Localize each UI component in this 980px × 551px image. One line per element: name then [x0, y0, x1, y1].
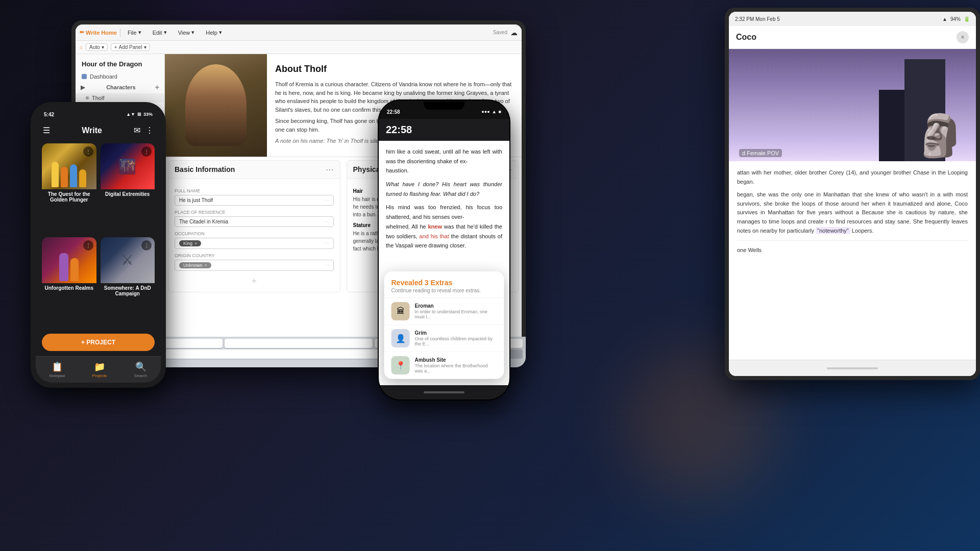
wifi-icon: ⊞: [137, 112, 141, 117]
view-label: View: [178, 30, 190, 36]
ios-time: 22:58: [387, 109, 400, 115]
auto-button[interactable]: Auto ▾: [86, 43, 108, 51]
sidebar-section-characters[interactable]: ▶ Characters +: [76, 81, 164, 93]
tablet-topbar: ✏ Write Home File ▾ Edit ▾ View ▾ Help ▾…: [76, 24, 522, 41]
grim-desc: One of countless children impacted by th…: [415, 336, 497, 346]
tholf-icon: [86, 96, 89, 99]
dashboard-label: Dashboard: [90, 73, 117, 80]
email-icon[interactable]: ✉: [134, 126, 140, 135]
tr-header: Coco ×: [729, 26, 976, 49]
edit-chevron: ▾: [164, 29, 167, 36]
battery-indicator: 33%: [143, 112, 153, 117]
nav-notepad[interactable]: 📋 Notepad: [50, 361, 65, 378]
project-card-digital[interactable]: 🌃 ⋮ Digital Extremities: [101, 143, 155, 233]
sidebar-item-dashboard[interactable]: Dashboard: [76, 72, 164, 81]
logo-text: Write Home: [86, 30, 117, 36]
origin-label: Origin Country: [175, 253, 334, 258]
phone-left-status-bar: 5:42 ▲▼ ⊞ 33%: [36, 107, 161, 121]
digital-menu-btn[interactable]: ⋮: [141, 146, 152, 157]
residence-input[interactable]: The Citadel in Kremia ⋯: [175, 216, 334, 227]
write-title: Write: [82, 126, 102, 135]
cloud-icon: ☁: [510, 29, 518, 37]
grim-info: Grim One of countless children impacted …: [415, 330, 497, 346]
project-thumb-quest: ⋮: [42, 143, 96, 189]
hero-label: d Female POV: [739, 149, 782, 157]
tr-close-button[interactable]: ×: [957, 31, 969, 43]
ios-status-right: ●●● ▲ ■: [481, 109, 501, 114]
phone-left-screen: 5:42 ▲▼ ⊞ 33% ☰ Write ✉ ⋮: [36, 107, 161, 383]
popup-item-eroman[interactable]: 🏛 Eroman In order to understand Eroman, …: [384, 298, 504, 325]
help-chevron: ▾: [219, 29, 222, 36]
occupation-menu: ⋯: [324, 240, 329, 246]
edit-menu[interactable]: Edit ▾: [149, 28, 171, 37]
basic-info-menu-icon[interactable]: ⋯: [326, 165, 334, 174]
popup-header: Revealed 3 Extras Continue reading to re…: [384, 271, 504, 298]
sidebar-item-tholf[interactable]: Tholf: [76, 93, 164, 103]
signal-icon: ▲▼: [126, 112, 135, 117]
add-panel-label: Add Panel: [118, 44, 142, 50]
unforgotten-figures: [42, 247, 96, 283]
tr-bottom-bar: [729, 360, 976, 376]
notepad-label: Notepad: [50, 373, 65, 378]
origin-input[interactable]: Unknown × ⋯: [175, 260, 334, 271]
phone-left-time: 5:42: [44, 112, 54, 117]
nav-search[interactable]: 🔍 Search: [134, 361, 147, 378]
dashboard-icon: [82, 74, 87, 79]
characters-label: Characters: [106, 84, 135, 90]
reading-p3: His mind was too frenzied, his focus too…: [386, 203, 502, 250]
popup-item-grim[interactable]: 👤 Grim One of countless children impacte…: [384, 325, 504, 352]
phone-right-screen: 22:58 ●●● ▲ ■ 22:58 him like a cold swea…: [379, 101, 509, 399]
ios-wifi: ▲: [492, 109, 497, 114]
basic-info-header: Basic Information ⋯: [168, 161, 340, 179]
tablet-toolbar: ⌂ Auto ▾ + Add Panel ▾: [76, 41, 522, 54]
quest-menu-btn[interactable]: ⋮: [83, 146, 93, 157]
full-name-input[interactable]: He is just Tholf ⋯: [175, 195, 334, 206]
project-card-somewhere[interactable]: ⚔ ⋮ Somewhere: A DnD Campaign: [101, 237, 155, 327]
eroman-desc: In order to understand Eroman, one must …: [415, 309, 497, 319]
full-name-label: Full Name: [175, 188, 334, 193]
origin-tag: Unknown ×: [179, 262, 211, 268]
nav-projects[interactable]: 📁 Projects: [92, 361, 107, 378]
hero-building-2: [879, 90, 904, 161]
unforgotten-menu-btn[interactable]: ⋮: [83, 240, 93, 251]
phone-left-header: ☰ Write ✉ ⋮: [36, 121, 161, 139]
figure-4: [79, 169, 86, 187]
add-field-button[interactable]: +: [251, 276, 257, 287]
phone-right: 22:58 ●●● ▲ ■ 22:58 him like a cold swea…: [378, 99, 510, 400]
auto-label: Auto: [89, 44, 100, 50]
somewhere-menu-btn[interactable]: ⋮: [141, 240, 152, 251]
help-menu[interactable]: Help ▾: [202, 28, 226, 37]
projects-label: Projects: [92, 373, 107, 378]
add-character-icon[interactable]: +: [155, 83, 159, 91]
project-card-unforgotten[interactable]: ⋮ Unforgotten Realms: [42, 237, 96, 327]
tr-attribution-text: one Wells: [737, 246, 968, 255]
popup-item-ambush[interactable]: 📍 Ambush Site The location where the Bro…: [384, 352, 504, 379]
add-project-label: + PROJECT: [81, 339, 115, 346]
reading-p2: What have I done? His heart was thunder …: [386, 180, 502, 198]
hamburger-icon[interactable]: ☰: [43, 126, 50, 135]
about-title: About Tholf: [275, 62, 513, 76]
help-label: Help: [206, 30, 217, 36]
tr-status-bar: 2:32 PM Mon Feb 5 ▲ 94% 🔋: [729, 12, 976, 26]
more-icon[interactable]: ⋮: [145, 126, 154, 135]
view-menu[interactable]: View ▾: [174, 28, 199, 37]
residence-menu: ⋯: [324, 219, 329, 224]
tr-content[interactable]: attan with her mother, older brother Cor…: [729, 161, 976, 360]
home-icon: ⌂: [80, 44, 83, 50]
occupation-input[interactable]: King × ⋯: [175, 238, 334, 249]
tablet-right-screen: 2:32 PM Mon Feb 5 ▲ 94% 🔋 Coco × 🗿 d Fem…: [729, 12, 976, 376]
occupation-tag: King ×: [179, 240, 201, 246]
add-project-button[interactable]: + PROJECT: [42, 334, 155, 351]
somewhere-name: Somewhere: A DnD Campaign: [101, 283, 155, 297]
quest-figures: [42, 154, 96, 189]
ambush-info: Ambush Site The location where the Broth…: [415, 357, 497, 373]
auto-chevron: ▾: [102, 44, 104, 50]
app-logo[interactable]: ✏ Write Home: [80, 29, 117, 36]
characters-icon: ▶: [81, 84, 85, 91]
add-panel-button[interactable]: + Add Panel ▾: [111, 43, 150, 51]
figure-3: [70, 164, 77, 187]
file-menu[interactable]: File ▾: [124, 28, 145, 37]
project-card-quest[interactable]: ⋮ The Quest for the Golden Plunger: [42, 143, 96, 233]
project-thumb-somewhere: ⚔ ⋮: [101, 237, 155, 283]
ios-notch: [424, 102, 464, 110]
